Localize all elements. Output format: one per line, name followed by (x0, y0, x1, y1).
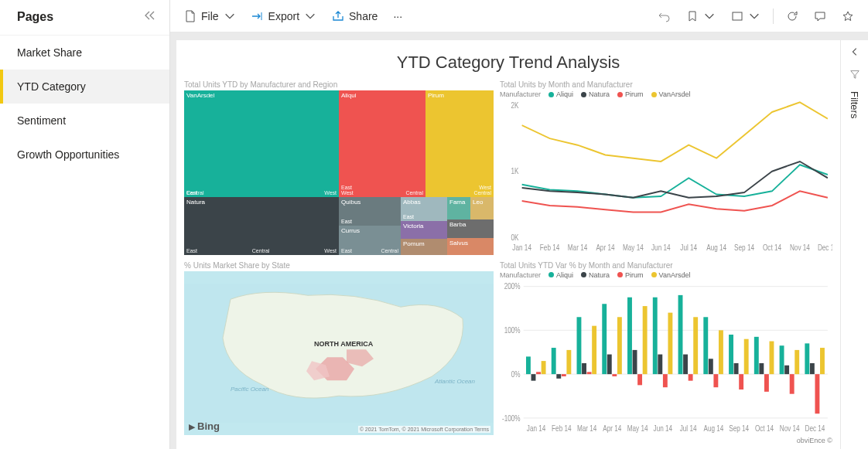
svg-rect-47 (633, 349, 637, 373)
line-chart-tile[interactable]: Total Units by Month and Manufacturer Ma… (500, 80, 832, 255)
svg-rect-84 (820, 348, 825, 374)
svg-rect-76 (780, 345, 784, 374)
view-menu[interactable] (725, 7, 767, 26)
bookmark-menu[interactable] (680, 7, 722, 26)
svg-rect-73 (764, 374, 769, 392)
svg-text:-100%: -100% (502, 413, 521, 422)
page-item-ytd-category[interactable]: YTD Category (0, 70, 169, 104)
svg-text:Jan 14: Jan 14 (512, 244, 531, 253)
svg-rect-0 (733, 12, 742, 20)
more-menu[interactable]: ··· (387, 7, 408, 26)
svg-text:Nov 14: Nov 14 (790, 244, 810, 253)
svg-rect-44 (617, 317, 622, 374)
svg-text:Dec 14: Dec 14 (818, 244, 832, 253)
svg-rect-34 (566, 349, 571, 373)
svg-rect-42 (607, 354, 612, 374)
svg-rect-63 (713, 374, 718, 387)
svg-text:Mar 14: Mar 14 (577, 424, 596, 433)
share-button[interactable]: Share (326, 7, 384, 26)
favorite-button[interactable] (836, 7, 860, 26)
svg-rect-29 (542, 361, 546, 374)
bing-logo: ▶ Bing (189, 420, 220, 432)
svg-text:Apr 14: Apr 14 (603, 424, 621, 433)
toolbar: File Export Share ··· (170, 0, 868, 32)
svg-rect-81 (805, 343, 809, 374)
svg-text:Feb 14: Feb 14 (552, 424, 571, 433)
svg-rect-38 (587, 372, 592, 374)
svg-rect-49 (643, 306, 648, 374)
svg-rect-53 (663, 374, 668, 387)
svg-rect-39 (592, 325, 596, 373)
export-menu[interactable]: Export (245, 7, 323, 26)
svg-text:200%: 200% (504, 282, 521, 291)
svg-text:Oct 14: Oct 14 (763, 244, 781, 253)
svg-rect-68 (739, 374, 743, 389)
filters-pane[interactable]: Filters (840, 40, 868, 449)
comment-button[interactable] (808, 7, 832, 26)
svg-rect-52 (658, 354, 662, 374)
svg-text:Jul 14: Jul 14 (680, 244, 697, 253)
svg-rect-59 (693, 317, 698, 374)
treemap-tile[interactable]: Total Units YTD by Manufacturer and Regi… (184, 80, 494, 255)
report-title: YTD Category Trend Analysis (184, 48, 832, 80)
page-item-sentiment[interactable]: Sentiment (0, 104, 169, 138)
map-viz: NORTH AMERICA Pacific Ocean Atlantic Oce… (184, 271, 494, 436)
report-footer: obviEnce © (184, 435, 832, 444)
svg-rect-67 (734, 362, 739, 373)
pages-title: Pages (17, 10, 53, 24)
svg-rect-74 (770, 341, 774, 374)
line-legend: Manufacturer Aliqui Natura Pirum VanArsd… (500, 90, 832, 98)
svg-rect-56 (678, 294, 683, 373)
page-item-growth-opportunities[interactable]: Growth Opportunities (0, 138, 169, 172)
treemap-viz: VanArsdelEastCentralWest AliquiEastWestC… (184, 90, 494, 255)
svg-text:May 14: May 14 (623, 244, 644, 253)
svg-text:100%: 100% (504, 326, 521, 335)
bar-chart-tile[interactable]: Total Units YTD Var % by Month and Manuf… (500, 261, 832, 436)
svg-rect-31 (552, 348, 556, 374)
svg-text:Jan 14: Jan 14 (527, 424, 546, 433)
svg-text:Sep 14: Sep 14 (729, 424, 749, 433)
svg-rect-72 (759, 362, 764, 373)
bar-chart-viz: -100%0%100%200%Jan 14Feb 14Mar 14Apr 14M… (500, 281, 832, 436)
svg-text:0K: 0K (511, 233, 519, 242)
svg-rect-69 (744, 338, 749, 373)
svg-rect-32 (556, 374, 561, 379)
svg-rect-51 (653, 297, 658, 373)
svg-text:Dec 14: Dec 14 (805, 424, 825, 433)
undo-button[interactable] (652, 7, 677, 26)
svg-rect-41 (602, 304, 607, 374)
svg-rect-82 (810, 362, 815, 373)
bar-legend: Manufacturer Aliqui Natura Pirum VanArsd… (500, 271, 832, 279)
file-menu[interactable]: File (178, 7, 242, 26)
svg-rect-78 (790, 374, 795, 394)
svg-text:Nov 14: Nov 14 (780, 424, 800, 433)
svg-rect-83 (815, 374, 819, 413)
svg-rect-77 (784, 365, 789, 373)
svg-rect-37 (582, 362, 586, 373)
svg-rect-33 (562, 374, 566, 376)
svg-rect-58 (689, 374, 693, 381)
svg-text:Feb 14: Feb 14 (540, 244, 559, 253)
svg-rect-26 (526, 356, 531, 374)
svg-rect-43 (612, 374, 617, 376)
page-item-market-share[interactable]: Market Share (0, 36, 169, 70)
expand-filters-icon[interactable] (849, 46, 860, 60)
svg-text:Jun 14: Jun 14 (651, 244, 671, 253)
svg-rect-27 (531, 374, 536, 381)
filter-icon (849, 69, 860, 82)
svg-text:Apr 14: Apr 14 (596, 244, 614, 253)
svg-text:Sep 14: Sep 14 (734, 244, 754, 253)
svg-text:May 14: May 14 (627, 424, 648, 433)
collapse-sidebar-icon[interactable] (143, 9, 155, 24)
svg-text:Aug 14: Aug 14 (706, 244, 726, 253)
svg-text:0%: 0% (511, 370, 521, 379)
svg-rect-64 (719, 330, 723, 374)
refresh-button[interactable] (780, 7, 805, 26)
map-tile[interactable]: % Units Market Share by State NORTH AMER… (184, 261, 494, 436)
svg-rect-57 (683, 354, 688, 374)
svg-rect-28 (536, 372, 541, 374)
line-chart-viz: 0K1K2KJan 14Feb 14Mar 14Apr 14May 14Jun … (500, 100, 832, 255)
svg-text:2K: 2K (511, 102, 519, 111)
svg-rect-36 (577, 317, 582, 374)
pages-sidebar: Pages Market Share YTD Category Sentimen… (0, 0, 170, 449)
